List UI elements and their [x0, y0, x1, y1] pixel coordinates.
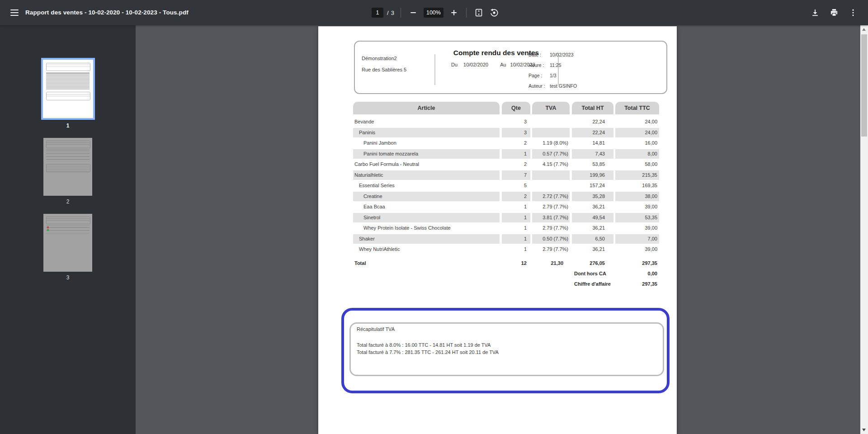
- tva-cell: 2.79 (7.7%): [532, 245, 570, 255]
- report-meta: Date : 10/02/2023 Heure : 11:25 Page : 1…: [528, 49, 577, 91]
- tva-recap-lines: Total facturé à 8.0% : 16.00 TTC - 14.81…: [357, 342, 663, 356]
- tva-cell: 0.50 (7.7%): [532, 234, 570, 244]
- table-row: Panini tomate mozzarela 1 0.57 (7.7%) 7,…: [353, 149, 659, 159]
- meta-label: Page :: [528, 73, 550, 78]
- thumbnail-page-number: 2: [0, 198, 136, 205]
- total-ttc-cell: 39,00: [615, 202, 659, 212]
- table-row: Whey Protein Isolate - Swiss Chocolate 1…: [353, 223, 659, 233]
- rotate-icon[interactable]: [488, 7, 500, 19]
- tva-recap-line: Total facturé à 7.7% : 281.35 TTC - 261.…: [357, 349, 663, 356]
- company-address: Rue des Sablières 5: [362, 67, 406, 72]
- tva-cell: 2.79 (7.7%): [532, 223, 570, 233]
- table-row: Bevande 3 22,24 24,00: [353, 117, 659, 127]
- total-qty: 12: [502, 259, 530, 267]
- meta-label: Date :: [528, 52, 550, 57]
- meta-row: Heure : 11:25: [528, 60, 577, 70]
- thumbnail-sidebar: 1 2: [0, 25, 136, 434]
- page-number-input[interactable]: [372, 8, 383, 18]
- toolbar-divider: [466, 8, 467, 18]
- vertical-scrollbar: [860, 25, 868, 434]
- pdf-page-1: Démonstration2 Rue des Sablières 5 Compt…: [318, 26, 677, 434]
- download-icon[interactable]: [809, 7, 821, 19]
- tva-cell: [532, 128, 570, 138]
- zoom-level[interactable]: 100%: [424, 8, 443, 18]
- column-header: Total TTC: [615, 102, 659, 114]
- more-options-icon[interactable]: [847, 7, 859, 19]
- total-ht-cell: 36,21: [572, 202, 613, 212]
- total-tva: 21,30: [532, 259, 570, 267]
- meta-label: Heure :: [528, 62, 550, 68]
- page-thumbnail[interactable]: 3: [0, 214, 136, 281]
- summary-label: Chiffre d'affaire: [572, 281, 615, 288]
- fit-to-page-icon[interactable]: [473, 7, 485, 19]
- thumbnail-image[interactable]: [41, 58, 95, 120]
- qty-cell: 1: [502, 223, 530, 233]
- total-ttc-cell: 58,00: [615, 160, 659, 170]
- article-cell: Sinetrol: [353, 213, 500, 223]
- page-thumbnail[interactable]: 1: [0, 58, 136, 129]
- au-label: Au: [500, 62, 506, 67]
- sales-table: Article Qte TVA Total HT Total TTC Bevan…: [353, 102, 659, 288]
- qty-cell: 7: [502, 170, 530, 180]
- total-ht-cell: 199,96: [572, 170, 613, 180]
- article-cell: Creatine: [353, 192, 500, 202]
- date-range: Du10/02/2020Au10/02/2023: [451, 62, 535, 67]
- meta-row: Page : 1/3: [528, 70, 577, 80]
- zoom-out-button[interactable]: [407, 7, 419, 19]
- total-ttc-cell: 39,00: [615, 245, 659, 255]
- total-ht-cell: 36,21: [572, 223, 613, 233]
- column-header: TVA: [532, 102, 570, 114]
- total-ht-cell: 157,24: [572, 181, 613, 191]
- qty-cell: 3: [502, 128, 530, 138]
- tva-cell: [532, 181, 570, 191]
- page-thumbnail[interactable]: 2: [0, 138, 136, 205]
- tva-cell: [532, 117, 570, 127]
- qty-cell: 2: [502, 138, 530, 148]
- table-row: Carbo Fuel Formula - Neutral 2 4.15 (7.7…: [353, 160, 659, 170]
- tva-recap-line: Total facturé à 8.0% : 16.00 TTC - 14.81…: [357, 342, 663, 349]
- thumbnail-page-number: 3: [0, 274, 136, 281]
- thumbnail-preview-table: [46, 72, 90, 90]
- column-header: Total HT: [572, 102, 613, 114]
- meta-value: 1/3: [550, 73, 557, 78]
- report-header-box: Démonstration2 Rue des Sablières 5 Compt…: [354, 41, 667, 94]
- total-ht: 276,05: [572, 259, 613, 267]
- toolbar-divider: [401, 8, 401, 18]
- table-header-row: Article Qte TVA Total HT Total TTC: [353, 102, 659, 114]
- page-controls: / 3 100%: [372, 0, 500, 25]
- summary-row: Dont hors CA 0,00: [353, 270, 659, 277]
- meta-row: Date : 10/02/2023: [528, 49, 577, 60]
- tva-cell: 3.81 (7.7%): [532, 213, 570, 223]
- total-ttc-cell: 169,35: [615, 181, 659, 191]
- thumbnail-image[interactable]: [43, 138, 92, 196]
- summary-value: 297,35: [615, 281, 659, 288]
- total-ttc-cell: 24,00: [615, 117, 659, 127]
- qty-cell: 1: [502, 245, 530, 255]
- menu-icon[interactable]: [8, 6, 21, 19]
- column-header: Article: [353, 102, 500, 114]
- article-cell: Panini tomate mozzarela: [353, 149, 500, 159]
- total-ttc-cell: 8,00: [615, 149, 659, 159]
- total-ht-cell: 49,54: [572, 213, 613, 223]
- thumbnail-image[interactable]: [43, 214, 92, 272]
- document-title: Rapport des ventes - 10-02-2020 - 10-02-…: [25, 0, 189, 25]
- meta-label: Auteur :: [528, 83, 550, 89]
- tva-cell: 1.19 (8.0%): [532, 138, 570, 148]
- zoom-in-button[interactable]: [448, 7, 460, 19]
- qty-cell: 1: [502, 213, 530, 223]
- print-icon[interactable]: [828, 7, 840, 19]
- page-total: 3: [391, 9, 394, 16]
- total-row: Total 12 21,30 276,05 297,35: [353, 259, 659, 267]
- table-row: Essential Series 5 157,24 169,35: [353, 181, 659, 191]
- pdf-viewer-app: Rapport des ventes - 10-02-2020 - 10-02-…: [0, 0, 868, 434]
- scroll-down-arrow[interactable]: [862, 429, 866, 431]
- qty-cell: 1: [502, 149, 530, 159]
- scrollbar-thumb[interactable]: [861, 34, 867, 137]
- total-ht-cell: 53,85: [572, 160, 613, 170]
- thumbnail-preview-table: [46, 226, 90, 234]
- scroll-up-arrow[interactable]: [862, 28, 866, 31]
- article-cell: Whey NutriAthletic: [353, 245, 500, 255]
- total-ht-cell: 14,81: [572, 138, 613, 148]
- total-ht-cell: 22,24: [572, 128, 613, 138]
- column-header: Qte: [502, 102, 530, 114]
